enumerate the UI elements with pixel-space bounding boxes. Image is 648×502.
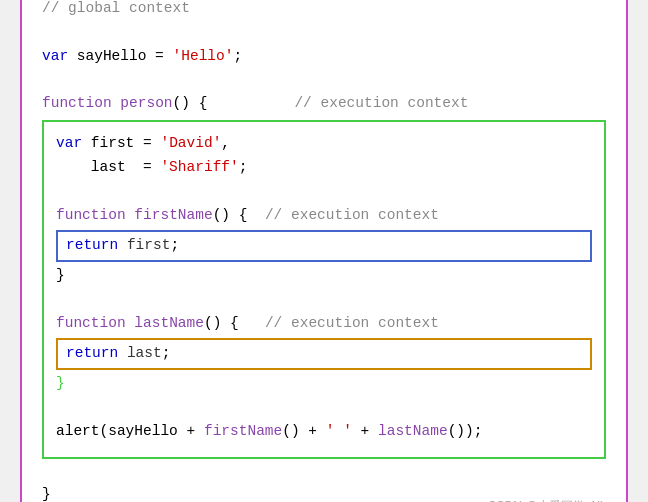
line-return-first: return first; xyxy=(66,234,582,258)
watermark: CSDN @小爱同学-Allen xyxy=(488,497,616,502)
line-var-last: last = 'Shariff'; xyxy=(56,156,592,180)
line-sayhello: var sayHello = 'Hello'; xyxy=(42,45,606,69)
blank-line6 xyxy=(42,459,606,483)
line-fn-firstname: function firstName() { // execution cont… xyxy=(56,204,592,228)
line-fn-lastname: function lastName() { // execution conte… xyxy=(56,312,592,336)
line-close-firstname: } xyxy=(56,264,592,288)
blank-line3 xyxy=(56,180,592,204)
blank-line4 xyxy=(56,288,592,312)
line-close-lastname: } xyxy=(56,372,592,396)
blank-line5 xyxy=(56,396,592,420)
blank-line2 xyxy=(42,69,606,93)
line-function-person: function person() { // execution context xyxy=(42,92,606,116)
inner-execution-context: var first = 'David', last = 'Shariff'; f… xyxy=(42,120,606,459)
blue-highlight-box: return first; xyxy=(56,230,592,262)
line-return-last: return last; xyxy=(66,342,582,366)
orange-highlight-box: return last; xyxy=(56,338,592,370)
comment-global: // global context xyxy=(42,0,606,21)
line-var-first: var first = 'David', xyxy=(56,132,592,156)
code-block: // global context var sayHello = 'Hello'… xyxy=(20,0,628,502)
line-alert: alert(sayHello + firstName() + ' ' + las… xyxy=(56,420,592,444)
blank-line1 xyxy=(42,21,606,45)
